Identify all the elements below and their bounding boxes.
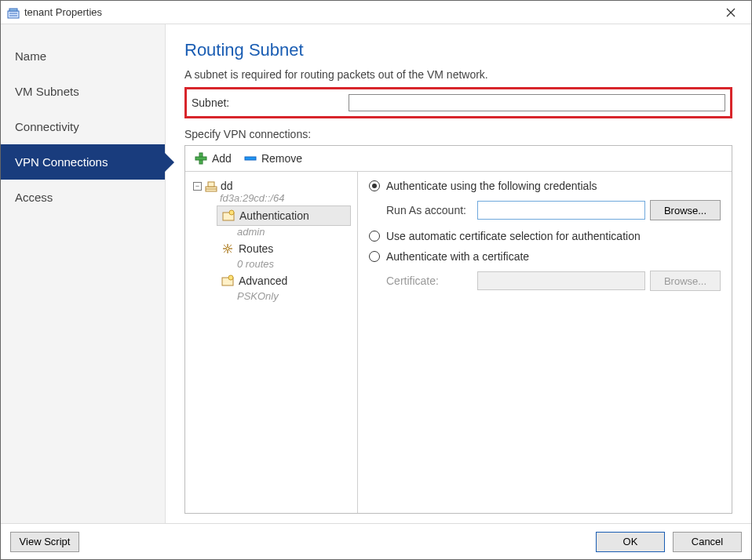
radio-autocert-label: Use automatic certificate selection for … (386, 230, 641, 242)
folder-auth-icon (222, 209, 235, 222)
cert-row: Certificate: Browse... (386, 271, 721, 291)
app-icon (7, 6, 20, 19)
svg-point-13 (229, 210, 234, 215)
main-panel: Routing Subnet A subnet is required for … (166, 24, 751, 523)
svg-rect-10 (208, 182, 214, 187)
tree-child-advanced: Advanced PSKOnly (217, 271, 351, 302)
cert-label: Certificate: (386, 275, 473, 287)
remove-button[interactable]: Remove (241, 151, 305, 166)
connection-tree: − dd fd3a:29cd::/64 (185, 172, 358, 513)
subnet-label: Subnet: (192, 96, 349, 109)
radio-credentials-row[interactable]: Authenticate using the following credent… (369, 180, 721, 192)
close-icon (726, 8, 736, 17)
svg-rect-7 (195, 157, 206, 160)
page-title: Routing Subnet (184, 40, 732, 60)
sidebar: Name VM Subnets Connectivity VPN Connect… (1, 24, 166, 523)
plus-icon (195, 152, 207, 165)
tree-child-routes-row[interactable]: Routes (217, 239, 351, 258)
radio-cert-label: Authenticate with a certificate (386, 250, 529, 263)
specify-vpn-label: Specify VPN connections: (184, 128, 732, 140)
titlebar-left: tenant Properties (7, 6, 102, 19)
tree-child-auth-row[interactable]: Authentication (217, 205, 351, 226)
radio-autocert-row[interactable]: Use automatic certificate selection for … (369, 230, 721, 242)
runas-input[interactable] (477, 201, 645, 220)
subnet-input[interactable] (349, 94, 725, 111)
tree-child-auth-sub: admin (217, 226, 351, 238)
add-button[interactable]: Add (192, 151, 235, 166)
radio-cert-row[interactable]: Authenticate with a certificate (369, 250, 721, 263)
folder-advanced-icon (221, 275, 234, 287)
remove-label: Remove (261, 152, 302, 165)
radio-autocert[interactable] (369, 231, 380, 242)
dialog-body: Name VM Subnets Connectivity VPN Connect… (1, 24, 751, 523)
view-script-button[interactable]: View Script (10, 532, 79, 552)
footer-right: OK Cancel (596, 532, 742, 552)
svg-point-18 (226, 247, 229, 250)
routes-icon (221, 242, 234, 255)
minus-icon (244, 152, 257, 165)
cert-input (477, 271, 645, 290)
cert-browse-button: Browse... (650, 271, 721, 291)
sidebar-item-name[interactable]: Name (1, 38, 165, 74)
tree-root-sub: fd3a:29cd::/64 (193, 192, 351, 204)
subnet-row-highlight: Subnet: (184, 87, 732, 118)
svg-rect-8 (245, 157, 256, 160)
footer: View Script OK Cancel (1, 523, 751, 559)
tree-child-routes: Routes 0 routes (217, 239, 351, 270)
close-button[interactable] (715, 2, 747, 24)
page-subtitle: A subnet is required for routing packets… (184, 68, 732, 81)
tree-collapse-icon[interactable]: − (193, 182, 202, 191)
dialog-window: tenant Properties Name VM Subnets Connec… (0, 0, 752, 560)
tree-child-auth-label: Authentication (239, 209, 309, 222)
svg-point-20 (228, 275, 233, 280)
sidebar-item-connectivity[interactable]: Connectivity (1, 109, 165, 144)
tree-root-label: dd (221, 180, 233, 192)
window-title: tenant Properties (24, 6, 102, 18)
radio-cert[interactable] (369, 251, 380, 262)
tree-root-node: − dd fd3a:29cd::/64 (185, 176, 357, 304)
sidebar-item-access[interactable]: Access (1, 180, 165, 215)
network-icon (205, 180, 217, 192)
sidebar-item-vpn-connections[interactable]: VPN Connections (1, 144, 165, 180)
svg-rect-0 (8, 11, 19, 18)
tree-root-row[interactable]: − dd (193, 180, 351, 192)
tree-child-authentication: Authentication admin (217, 205, 351, 238)
cancel-button[interactable]: Cancel (673, 532, 742, 552)
vpn-connections-panel: Add Remove − (184, 145, 732, 514)
runas-browse-button[interactable]: Browse... (650, 200, 721, 220)
add-label: Add (212, 152, 232, 165)
tree-child-advanced-row[interactable]: Advanced (217, 271, 351, 290)
vpn-toolbar: Add Remove (185, 146, 732, 172)
svg-rect-1 (9, 9, 17, 11)
detail-panel: Authenticate using the following credent… (358, 172, 732, 513)
tree-child-routes-sub: 0 routes (217, 258, 351, 270)
titlebar: tenant Properties (1, 1, 751, 24)
runas-label: Run As account: (386, 204, 473, 216)
tree-child-advanced-label: Advanced (239, 275, 287, 287)
sidebar-item-vm-subnets[interactable]: VM Subnets (1, 74, 165, 109)
tree-child-advanced-sub: PSKOnly (217, 290, 351, 302)
vpn-content: − dd fd3a:29cd::/64 (185, 172, 732, 513)
ok-button[interactable]: OK (596, 532, 665, 552)
tree-child-routes-label: Routes (239, 242, 273, 255)
radio-credentials[interactable] (369, 180, 380, 191)
runas-row: Run As account: Browse... (386, 200, 721, 220)
radio-credentials-label: Authenticate using the following credent… (386, 180, 597, 192)
